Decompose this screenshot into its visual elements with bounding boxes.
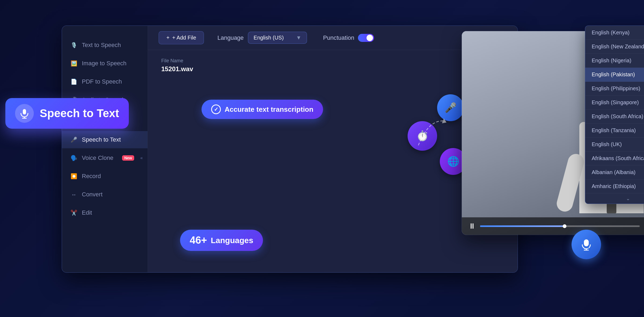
collapse-icon[interactable]: « [140, 156, 143, 160]
globe-icon: 🌐 [447, 156, 459, 167]
chevron-down-icon: ⌄ [626, 196, 630, 201]
svg-rect-4 [584, 239, 589, 246]
progress-dot [563, 224, 566, 228]
speech-to-text-card-label: Speech to Text [40, 107, 119, 120]
record-icon: ⏺️ [70, 172, 78, 180]
sidebar-item-image-to-speech[interactable]: 🖼️ Image to Speech [62, 55, 148, 72]
dropdown-item-afrikaans[interactable]: Afrikaans (South Africa) [585, 152, 644, 165]
punctuation-label: Punctuation [323, 34, 354, 41]
language-select[interactable]: English (US) ▼ [248, 32, 307, 44]
add-file-button[interactable]: + + Add File [159, 31, 204, 44]
dropdown-item-uk[interactable]: English (UK) [585, 138, 644, 152]
plus-icon: + [166, 35, 170, 41]
file-name-label: File Name [161, 58, 193, 64]
sidebar-item-speech-to-text[interactable]: 🎤 Speech to Text [62, 131, 148, 148]
sidebar-item-label: Record [82, 173, 101, 180]
dropdown-item-kenya[interactable]: English (Kenya) [585, 26, 644, 40]
dropdown-scroll-down[interactable]: ⌄ [585, 193, 644, 204]
image-to-speech-icon: 🖼️ [70, 60, 78, 67]
punctuation-section: Punctuation [323, 34, 374, 42]
svg-rect-1 [23, 109, 26, 114]
languages-count: 46+ [190, 235, 207, 246]
sidebar-item-convert[interactable]: ↔️ Convert [62, 186, 148, 203]
sidebar-item-label: Speech to Text [82, 136, 121, 143]
languages-label: Languages [211, 236, 253, 245]
arrow-dashed [413, 113, 451, 151]
sidebar-item-voice-clone[interactable]: 🗣️ Voice Clone New « [62, 149, 148, 167]
transcription-badge: ✓ Accurate text transcription [202, 100, 323, 119]
fab-button[interactable]: T [572, 230, 601, 259]
file-name-group: File Name 15201.wav [161, 58, 193, 73]
sidebar-item-pdf-to-speech[interactable]: 📄 PDF to Speech [62, 73, 148, 90]
dropdown-item-nigeria[interactable]: English (Nigeria) [585, 54, 644, 68]
add-file-label: + Add File [172, 35, 196, 41]
voice-clone-icon: 🗣️ [70, 154, 78, 162]
language-label: Language [217, 34, 244, 41]
chevron-down-icon: ▼ [296, 35, 301, 41]
speech-to-text-icon: 🎤 [70, 136, 78, 143]
check-icon: ✓ [211, 105, 221, 114]
sidebar-item-label: Image to Speech [82, 60, 126, 67]
progress-bar[interactable] [480, 225, 640, 227]
language-value: English (US) [254, 35, 284, 41]
sidebar: 🎙️ Text to Speech 🖼️ Image to Speech 📄 P… [62, 26, 148, 272]
languages-badge: 46+ Languages [180, 230, 263, 251]
svg-text:T: T [587, 247, 589, 251]
sidebar-item-label: Voice Clone [82, 154, 113, 161]
speech-to-text-card: Speech to Text [5, 98, 129, 129]
mic-icon: 🎤 [445, 102, 457, 113]
pdf-to-speech-icon: 📄 [70, 78, 78, 85]
language-section: Language English (US) ▼ [217, 32, 307, 44]
dropdown-item-philippines[interactable]: English (Philippines) [585, 82, 644, 96]
sidebar-item-label: Text to Speech [82, 42, 121, 49]
dropdown-item-tanzania[interactable]: English (Tanzania) [585, 124, 644, 138]
new-badge: New [122, 155, 134, 161]
punctuation-toggle[interactable] [358, 34, 374, 42]
dropdown-item-new-zealand[interactable]: English (New Zealand) [585, 40, 644, 54]
video-controls: ⏸ 2:40/3:08 [462, 217, 644, 235]
dropdown-item-amharic[interactable]: Amharic (Ethiopia) [585, 179, 644, 193]
file-name-value: 15201.wav [161, 65, 193, 73]
dropdown-item-albanian[interactable]: Albanian (Albania) [585, 165, 644, 179]
progress-fill [480, 225, 565, 227]
pause-button[interactable]: ⏸ [468, 222, 476, 230]
sidebar-item-label: Convert [82, 191, 103, 198]
transcription-label: Accurate text transcription [225, 105, 313, 114]
language-dropdown: English (Kenya) English (New Zealand) En… [585, 26, 644, 204]
dropdown-item-pakistan[interactable]: English (Pakistan) [585, 68, 644, 82]
app-window: 🎙️ Text to Speech 🖼️ Image to Speech 📄 P… [62, 26, 518, 273]
dropdown-item-south-africa[interactable]: English (South Africa) [585, 110, 644, 124]
sidebar-item-edit[interactable]: ✂️ Edit [62, 204, 148, 221]
sidebar-item-record[interactable]: ⏺️ Record [62, 168, 148, 185]
dropdown-item-singapore[interactable]: English (Singapore) [585, 96, 644, 110]
sidebar-item-text-to-speech[interactable]: 🎙️ Text to Speech [62, 37, 148, 54]
sidebar-item-label: Edit [82, 209, 92, 216]
edit-icon: ✂️ [70, 209, 78, 217]
speech-card-icon [15, 104, 34, 123]
convert-icon: ↔️ [70, 191, 78, 198]
sidebar-item-label: PDF to Speech [82, 78, 122, 85]
text-to-speech-icon: 🎙️ [70, 41, 78, 49]
